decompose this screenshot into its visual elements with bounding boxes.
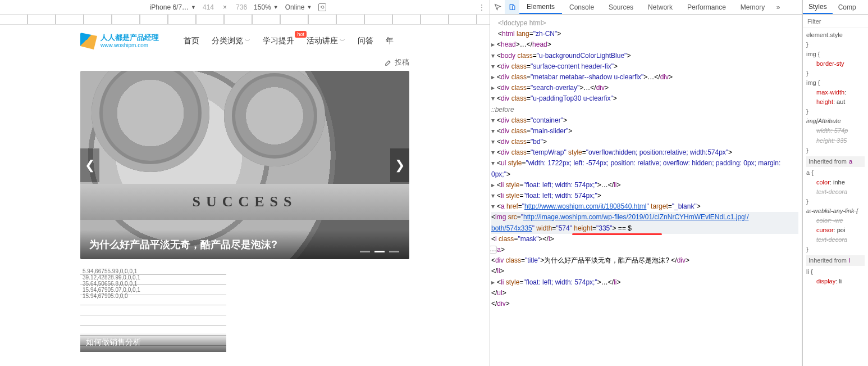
dom-node[interactable]: ▾<ul style="width: 1722px; left: -574px;… (491, 158, 798, 179)
css-prop[interactable]: display (806, 278, 835, 284)
dom-pseudo[interactable]: ::before (491, 105, 798, 115)
network-select[interactable]: Online▼ (285, 3, 312, 11)
slider-dot[interactable] (360, 251, 370, 252)
css-prop[interactable]: height (806, 98, 833, 105)
post-link-label: 投稿 (395, 57, 409, 67)
device-toggle-icon[interactable] (505, 0, 519, 14)
rule-selector[interactable]: li (806, 268, 809, 275)
css-prop[interactable]: text-decora (806, 188, 847, 195)
css-prop[interactable]: max-width (806, 89, 844, 96)
styles-panel: Styles Comp element.style } img { border… (802, 0, 868, 366)
dom-node[interactable]: ▾<a href="http://www.woshipm.com/it/1808… (491, 201, 798, 212)
dom-node[interactable]: </div> (491, 299, 798, 309)
slider-dot[interactable] (389, 251, 399, 252)
article-bg-numbers: 5.94,66755.99,0,0,0,1 39.12,42828.99,0,0… (83, 268, 224, 299)
tab-computed[interactable]: Comp (833, 0, 862, 14)
inherited-from[interactable]: Inherited from a (806, 156, 865, 167)
slider-dot[interactable] (374, 251, 385, 252)
dom-node[interactable]: ▾<li style="float: left; width: 574px;"> (491, 191, 798, 201)
inspect-icon[interactable] (490, 0, 505, 14)
dom-tree[interactable]: <!doctype html> <html lang="zh-CN"> ▸<he… (490, 15, 802, 366)
tab-elements[interactable]: Elements (519, 0, 562, 14)
inherited-from[interactable]: Inherited from l (806, 255, 865, 266)
tab-console[interactable]: Console (562, 0, 601, 14)
dom-node[interactable]: ▸<li style="float: left; width: 574px;">… (491, 277, 798, 288)
dom-node[interactable]: ▸<div class="search-overlay">…</div> (491, 83, 798, 93)
device-width[interactable]: 414 (203, 3, 214, 11)
slider-image-text: SUCCESS (80, 184, 409, 220)
css-rules[interactable]: element.style } img { border-sty } img {… (803, 28, 868, 366)
dom-node[interactable]: ▸<div class="metabar metabar--shadow u-c… (491, 72, 798, 83)
slider-next-button[interactable]: ❯ (390, 148, 409, 182)
rule-selector[interactable]: a (806, 169, 810, 176)
nav-learn[interactable]: 学习提升hot (263, 36, 294, 46)
nav-home[interactable]: 首页 (184, 36, 199, 46)
dom-node-selected[interactable]: both/574x335" width="574" height="335"> … (491, 223, 798, 234)
article-card[interactable]: 5.94,66755.99,0,0,0,1 39.12,42828.99,0,0… (80, 265, 226, 352)
css-prop[interactable]: height (806, 137, 833, 144)
tabs-overflow-icon[interactable]: » (772, 0, 784, 14)
dom-node[interactable]: ▾<div class="tempWrap" style="overflow:h… (491, 147, 798, 158)
edit-icon (385, 58, 392, 66)
hot-badge: hot (295, 31, 307, 38)
css-prop[interactable]: border-sty (806, 60, 844, 67)
css-prop[interactable]: color (806, 217, 830, 224)
css-prop[interactable]: width (806, 127, 831, 134)
rotate-icon[interactable]: ⟲ (318, 3, 326, 11)
dom-node[interactable]: ▾<body class="u-backgroundColorLightBlue… (491, 51, 798, 61)
dom-node[interactable]: </li> (491, 266, 798, 277)
rule-selector[interactable]: img (806, 79, 816, 86)
node-actions-icon[interactable]: … (490, 246, 497, 254)
dom-node[interactable]: ▸<li style="float: left; width: 574px;">… (491, 180, 798, 191)
tab-sources[interactable]: Sources (601, 0, 641, 14)
device-select[interactable]: iPhone 6/7…▼ (150, 3, 196, 11)
rule-selector[interactable]: img (806, 51, 816, 57)
rule-selector[interactable]: element.style (806, 31, 843, 38)
dom-node[interactable]: </ul> (491, 288, 798, 299)
logo-subtitle: www.woshipm.com (100, 42, 159, 48)
dom-node-selected[interactable]: <img src="http://image.woshipm.com/wp-fi… (491, 212, 798, 223)
device-emulation-pane: iPhone 6/7…▼ 414 × 736 150%▼ Online▼ ⟲ ⋮… (0, 0, 490, 366)
emulated-page: 人人都是产品经理 www.woshipm.com 首页 分类浏览﹀ 学习提升ho… (70, 25, 419, 366)
svg-rect-1 (512, 6, 514, 10)
css-prop[interactable]: color (806, 179, 830, 186)
dom-node[interactable]: <i class="mask"></i> (491, 234, 798, 245)
dom-node[interactable]: ▾<div class="bd"> (491, 137, 798, 147)
dom-node[interactable]: <html lang="zh-CN"> (491, 29, 798, 39)
rule-selector[interactable]: a:-webkit-any-link (806, 207, 855, 214)
slider-dots (360, 251, 399, 252)
slider-title[interactable]: 为什么好产品平淡无奇，酷产品尽是泡沫? (80, 230, 409, 259)
nav-qa[interactable]: 问答 (358, 36, 373, 46)
nav-events[interactable]: 活动讲座﹀ (307, 36, 345, 46)
dom-node[interactable]: <div class="title">为什么好产品平淡无奇，酷产品尽是泡沫? <… (491, 255, 798, 266)
dom-doctype[interactable]: <!doctype html> (498, 19, 546, 27)
tab-performance[interactable]: Performance (680, 0, 733, 14)
tab-network[interactable]: Network (641, 0, 680, 14)
site-logo[interactable]: 人人都是产品经理 www.woshipm.com (80, 33, 159, 49)
styles-filter-input[interactable] (803, 15, 868, 28)
close-dimension-icon[interactable]: × (221, 3, 229, 11)
site-header: 人人都是产品经理 www.woshipm.com 首页 分类浏览﹀ 学习提升ho… (70, 25, 419, 53)
nav-more[interactable]: 年 (386, 36, 394, 46)
tab-styles[interactable]: Styles (803, 0, 833, 14)
device-height[interactable]: 736 (236, 3, 247, 11)
dom-node[interactable]: ▾<div class="u-paddingTop30 u-clearfix"> (491, 93, 798, 104)
dom-node[interactable]: </a> (491, 245, 798, 255)
zoom-select[interactable]: 150%▼ (254, 3, 278, 11)
chevron-down-icon: ﹀ (340, 37, 345, 45)
rule-selector[interactable]: img[Attribute (806, 118, 841, 124)
dom-node[interactable]: ▾<div class="main-slider"> (491, 126, 798, 137)
kebab-menu-icon[interactable]: ⋮ (478, 3, 485, 11)
dom-node[interactable]: ▸<head>…</head> (491, 39, 798, 50)
styles-tabs: Styles Comp (803, 0, 868, 15)
css-prop[interactable]: cursor (806, 227, 834, 233)
tab-memory[interactable]: Memory (733, 0, 772, 14)
nav-browse[interactable]: 分类浏览﹀ (212, 36, 250, 46)
dom-node[interactable]: ▾<div class="surface-content header-fix"… (491, 61, 798, 72)
devtools-pane: Elements Console Sources Network Perform… (490, 0, 868, 366)
post-link[interactable]: 投稿 (385, 57, 409, 67)
dom-node[interactable]: ▾<div class="container"> (491, 115, 798, 126)
devtools-tabs: Elements Console Sources Network Perform… (490, 0, 802, 15)
css-prop[interactable]: text-decora (806, 236, 847, 243)
slider-prev-button[interactable]: ❮ (80, 148, 99, 182)
